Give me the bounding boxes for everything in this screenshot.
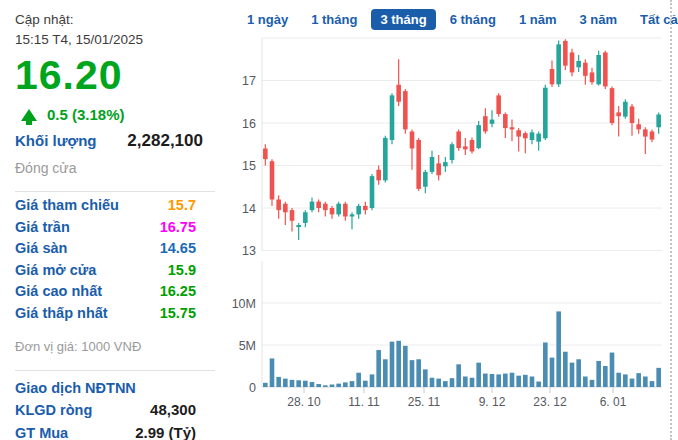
candle-body — [310, 202, 315, 211]
volume-bar — [536, 382, 541, 387]
candle-body — [436, 163, 441, 175]
volume-bar — [370, 374, 375, 387]
row-value: 14.65 — [160, 240, 196, 256]
volume-bar — [656, 368, 661, 387]
table-row: KLGD ròng48,300 — [15, 401, 196, 424]
period-tab-2[interactable]: 1 tháng — [311, 12, 357, 27]
volume-bar — [443, 381, 448, 387]
volume-bar — [450, 378, 455, 387]
volume-bar — [416, 359, 421, 387]
volume-bar — [636, 373, 641, 387]
row-value: 15.75 — [160, 305, 196, 321]
row-value: 16.75 — [160, 219, 196, 235]
period-tab-4[interactable]: 6 tháng — [450, 12, 496, 27]
period-tab-6[interactable]: 3 năm — [579, 12, 617, 27]
volume-bar — [530, 377, 535, 388]
candle-body — [423, 172, 428, 187]
price-axis-label: 16 — [242, 117, 256, 131]
update-datetime: 15:15 T4, 15/01/2025 — [15, 30, 143, 50]
foreign-trading-title: Giao dịch NĐTNN — [15, 380, 136, 396]
dotted-right-border — [670, 0, 672, 440]
candle-body — [410, 132, 415, 149]
candle-body — [496, 95, 501, 114]
row-label: GT Mua — [15, 425, 68, 440]
x-axis-label: 9. 12 — [479, 395, 506, 409]
volume-bar — [570, 363, 575, 387]
price-unit-note: Đơn vị giá: 1000 VNĐ — [15, 339, 141, 354]
volume-bar — [616, 373, 621, 387]
volume-bar — [543, 342, 548, 387]
candle-body — [403, 91, 408, 129]
candle-body — [330, 208, 335, 214]
volume-label: Khối lượng — [15, 132, 97, 149]
candle-body — [316, 202, 321, 208]
candle-body — [296, 225, 301, 227]
volume-bar — [476, 363, 481, 387]
volume-bar — [290, 380, 295, 387]
volume-bar — [276, 377, 281, 387]
price-change-row: 0.5 (3.18%) — [21, 106, 125, 123]
period-tab-5[interactable]: 1 năm — [519, 12, 557, 27]
volume-bar — [516, 376, 521, 387]
candle-body — [370, 176, 375, 208]
price-axis-label: 15 — [242, 159, 256, 173]
candle-body — [623, 102, 628, 117]
volume-bar — [283, 379, 288, 387]
row-value: 48,300 — [150, 401, 196, 418]
candle-body — [430, 157, 435, 172]
candle-body — [443, 162, 448, 166]
x-axis-label: 28. 10 — [287, 395, 321, 409]
candle-body — [323, 204, 328, 210]
row-label: Giá cao nhất — [15, 283, 102, 299]
volume-bar — [650, 381, 655, 387]
volume-bar — [556, 311, 561, 387]
row-label: KLGD ròng — [15, 402, 92, 418]
candle-body — [636, 124, 641, 129]
volume-bar — [263, 383, 268, 387]
candle-body — [503, 114, 508, 128]
x-axis-label: 11. 11 — [348, 395, 380, 409]
volume-bar — [310, 382, 315, 387]
volume-bar — [510, 373, 515, 387]
volume-bar — [603, 366, 608, 387]
candle-body — [576, 61, 581, 67]
price-axis-label: 17 — [242, 74, 256, 88]
volume-bar — [403, 346, 408, 387]
row-value: 15.7 — [168, 197, 196, 213]
volume-bar — [576, 359, 581, 387]
candle-body — [590, 72, 595, 82]
candle-body — [603, 52, 608, 86]
volume-bar — [630, 379, 635, 387]
candle-body — [376, 170, 381, 181]
divider — [15, 370, 215, 371]
period-tab-3[interactable]: 3 tháng — [371, 9, 435, 30]
table-row: Giá tham chiếu15.7 — [15, 197, 196, 219]
candlestick-volume-chart[interactable]: 171615141310M5M028. 1011. 1125. 119. 122… — [230, 32, 678, 440]
table-row: GT Mua2.99 (Tỷ) — [15, 424, 196, 440]
volume-bar — [410, 360, 415, 387]
candle-body — [270, 161, 275, 199]
volume-axis-label: 5M — [239, 339, 256, 353]
candle-body — [450, 144, 455, 160]
candle-body — [483, 116, 488, 131]
candle-body — [283, 204, 288, 213]
foreign-trading-table: KLGD ròng48,300GT Mua2.99 (Tỷ) — [15, 401, 196, 440]
volume-bar — [390, 342, 395, 387]
price-axis-label: 14 — [242, 202, 256, 216]
volume-axis-label: 0 — [249, 381, 256, 395]
candle-body — [470, 140, 475, 151]
price-axis-label: 13 — [242, 244, 256, 258]
candle-body — [390, 95, 395, 140]
volume-bar — [483, 374, 488, 387]
x-axis-label: 6. 01 — [600, 395, 627, 409]
candle-body — [563, 41, 568, 66]
price-info-table: Giá tham chiếu15.7Giá trần16.75Giá sàn14… — [15, 197, 196, 327]
table-row: Giá mở cửa15.9 — [15, 262, 196, 284]
volume-bar — [363, 381, 368, 387]
period-tab-1[interactable]: 1 ngày — [247, 12, 288, 27]
volume-bar — [336, 384, 341, 387]
candle-body — [656, 115, 661, 128]
candle-body — [336, 204, 341, 215]
volume-bar — [490, 374, 495, 387]
volume-bar — [496, 374, 501, 387]
